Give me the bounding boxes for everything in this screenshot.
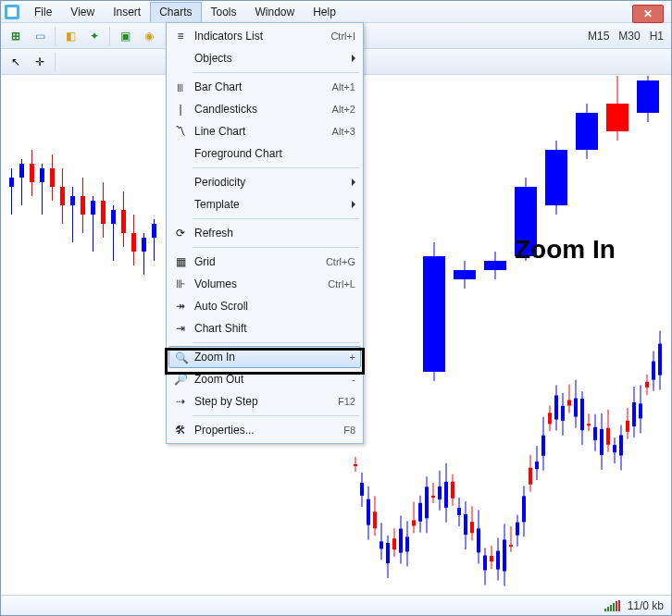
svg-rect-85 xyxy=(477,528,480,552)
close-window-button[interactable]: ✕ xyxy=(632,5,664,23)
separator xyxy=(55,53,56,71)
menu-tools[interactable]: Tools xyxy=(202,2,246,22)
svg-rect-33 xyxy=(454,270,476,279)
svg-rect-115 xyxy=(574,399,578,417)
svg-rect-77 xyxy=(451,482,454,499)
svg-rect-51 xyxy=(367,499,370,525)
profiles-button[interactable]: ▭ xyxy=(29,26,51,46)
menu-item-chart-shift[interactable]: ⇥Chart Shift xyxy=(168,317,361,339)
menu-item-volumes[interactable]: ⊪VolumesCtrl+L xyxy=(168,273,361,295)
svg-rect-29 xyxy=(152,224,156,238)
menu-item-step-by-step[interactable]: ⇢Step by StepF12 xyxy=(168,390,361,413)
market-watch-button[interactable]: ◧ xyxy=(59,26,81,46)
timeframe-m30[interactable]: M30 xyxy=(615,30,643,43)
submenu-arrow-icon xyxy=(352,55,355,62)
svg-rect-129 xyxy=(619,435,623,455)
menu-item-zoom-in[interactable]: 🔍Zoom In+ xyxy=(168,346,361,368)
menu-item-indicators-list[interactable]: ≡Indicators ListCtrl+I xyxy=(168,25,361,47)
menu-separator xyxy=(193,247,359,248)
menu-item-label: Refresh xyxy=(194,227,233,240)
cursor-tool[interactable]: ↖ xyxy=(5,52,27,72)
svg-rect-91 xyxy=(496,551,500,570)
menu-item-refresh[interactable]: ⟳Refresh xyxy=(168,222,361,244)
app-icon xyxy=(5,5,19,19)
menu-item-zoom-out[interactable]: 🔎Zoom Out- xyxy=(168,368,361,390)
app-window: ✕ FileViewInsertChartsToolsWindowHelp ⊞ … xyxy=(0,0,672,616)
navigator-button[interactable]: ✦ xyxy=(83,26,106,46)
menu-insert[interactable]: Insert xyxy=(104,2,150,22)
menu-shortcut: Alt+3 xyxy=(332,126,355,137)
crosshair-tool[interactable]: ✛ xyxy=(29,52,51,72)
svg-rect-45 xyxy=(637,80,659,113)
traffic-label: 11/0 kb xyxy=(628,599,664,612)
svg-rect-27 xyxy=(142,238,146,252)
menu-item-label: Auto Scroll xyxy=(194,300,248,313)
svg-rect-141 xyxy=(658,344,662,376)
menubar: FileViewInsertChartsToolsWindowHelp xyxy=(1,1,671,23)
submenu-arrow-icon xyxy=(352,201,355,208)
menu-charts[interactable]: Charts xyxy=(150,2,201,22)
properties-icon: 🛠 xyxy=(172,422,189,438)
statusbar: 11/0 kb xyxy=(1,595,671,615)
menu-help[interactable]: Help xyxy=(304,2,345,22)
menu-separator xyxy=(193,167,359,168)
svg-rect-7 xyxy=(40,168,44,182)
menu-item-properties[interactable]: 🛠Properties...F8 xyxy=(168,419,361,441)
separator xyxy=(55,27,56,45)
svg-rect-103 xyxy=(535,462,539,469)
svg-rect-101 xyxy=(529,468,532,485)
svg-rect-19 xyxy=(101,201,106,224)
svg-rect-87 xyxy=(483,555,487,570)
expert-advisors-button[interactable]: ◉ xyxy=(138,26,160,46)
separator xyxy=(109,27,110,45)
menu-shortcut: - xyxy=(352,374,355,385)
menu-separator xyxy=(193,342,359,343)
new-chart-button[interactable]: ⊞ xyxy=(5,26,27,46)
svg-rect-113 xyxy=(567,400,571,406)
svg-rect-21 xyxy=(111,210,116,224)
menu-item-template[interactable]: Template xyxy=(168,193,361,216)
grid-icon: ▦ xyxy=(172,253,189,270)
timeframe-m15[interactable]: M15 xyxy=(584,30,613,43)
menu-shortcut: F12 xyxy=(338,396,355,407)
svg-rect-79 xyxy=(457,508,461,515)
menu-item-label: Periodicity xyxy=(194,176,245,189)
menu-shortcut: F8 xyxy=(343,425,355,436)
submenu-arrow-icon xyxy=(352,179,355,186)
new-order-button[interactable]: ▣ xyxy=(114,26,136,46)
svg-rect-105 xyxy=(541,436,545,456)
step-icon: ⇢ xyxy=(172,393,189,410)
indicators-icon: ≡ xyxy=(172,28,189,44)
menu-shortcut: Alt+2 xyxy=(332,104,355,115)
menu-shortcut: Ctrl+I xyxy=(330,31,355,42)
svg-rect-53 xyxy=(373,511,377,528)
svg-rect-93 xyxy=(503,540,506,572)
menu-shortcut: Alt+1 xyxy=(332,81,355,92)
svg-rect-133 xyxy=(632,402,636,426)
menu-item-label: Indicators List xyxy=(194,30,263,43)
timeframe-h1[interactable]: H1 xyxy=(646,30,667,43)
svg-rect-31 xyxy=(423,256,445,372)
svg-rect-109 xyxy=(554,395,558,419)
menu-item-auto-scroll[interactable]: ↠Auto Scroll xyxy=(168,295,361,317)
svg-rect-5 xyxy=(30,164,34,182)
menu-item-bar-chart[interactable]: ⫼Bar ChartAlt+1 xyxy=(168,76,361,98)
menu-item-line-chart[interactable]: 〽Line ChartAlt+3 xyxy=(168,120,361,142)
svg-rect-39 xyxy=(545,150,567,205)
menu-item-objects[interactable]: Objects xyxy=(168,47,361,69)
menu-window[interactable]: Window xyxy=(246,2,305,22)
svg-rect-97 xyxy=(516,523,519,536)
menu-file[interactable]: File xyxy=(25,2,61,22)
svg-rect-71 xyxy=(431,496,435,498)
menu-item-candlesticks[interactable]: ❘CandlesticksAlt+2 xyxy=(168,98,361,120)
svg-rect-13 xyxy=(70,196,75,205)
menu-item-periodicity[interactable]: Periodicity xyxy=(168,171,361,193)
menu-item-label: Foreground Chart xyxy=(194,147,282,160)
svg-rect-139 xyxy=(652,362,655,380)
menu-item-foreground-chart[interactable]: Foreground Chart xyxy=(168,142,361,165)
menu-item-label: Zoom Out xyxy=(194,373,243,386)
menu-view[interactable]: View xyxy=(61,2,104,22)
menu-item-grid[interactable]: ▦GridCtrl+G xyxy=(168,251,361,273)
svg-rect-117 xyxy=(580,399,584,430)
svg-rect-111 xyxy=(561,406,565,421)
